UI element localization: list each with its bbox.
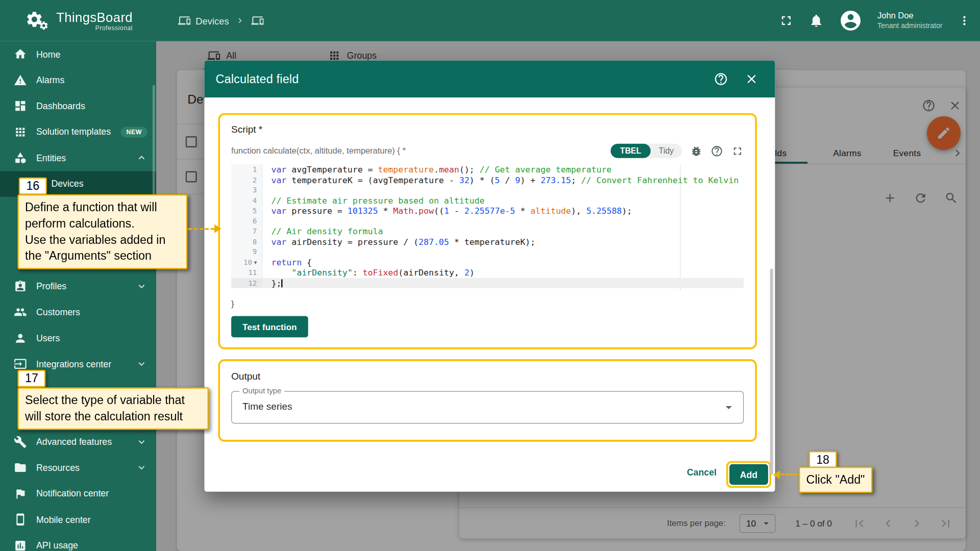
test-function-button[interactable]: Test function bbox=[231, 316, 308, 338]
chart-icon bbox=[14, 539, 27, 551]
dashboard-icon bbox=[14, 99, 27, 113]
sidebar-item-label: Alarms bbox=[36, 75, 148, 85]
folder-icon bbox=[14, 461, 27, 474]
callout-16-badge: 16 bbox=[19, 178, 47, 195]
dialog-scrollbar[interactable] bbox=[770, 269, 773, 475]
fullscreen-button[interactable] bbox=[778, 13, 793, 28]
sidebar-item-solution-templates[interactable]: Solution templatesNEW bbox=[0, 119, 156, 145]
profiles-icon bbox=[14, 280, 27, 293]
user-avatar[interactable] bbox=[839, 9, 863, 33]
code-line[interactable]: 2var temperatureK = (avgTemperature - 32… bbox=[231, 174, 744, 185]
output-section: Output Output type Time series bbox=[218, 359, 757, 442]
line-number: 11 bbox=[231, 267, 262, 278]
code-text bbox=[262, 185, 744, 195]
sidebar-item-notification-center[interactable]: Notification center bbox=[0, 481, 156, 507]
line-number: 6 bbox=[231, 216, 262, 226]
code-text: }; bbox=[262, 278, 744, 288]
callout-16-connector bbox=[188, 228, 214, 230]
build-icon bbox=[14, 435, 27, 448]
closing-brace: } bbox=[231, 299, 744, 309]
more-menu-icon[interactable] bbox=[958, 14, 971, 28]
expand-editor-icon[interactable] bbox=[731, 144, 744, 157]
dialog-header: Calculated field bbox=[204, 61, 775, 97]
breadcrumb-all[interactable] bbox=[252, 14, 269, 27]
callout-16-arrow bbox=[214, 224, 221, 233]
script-label: Script * bbox=[231, 123, 744, 135]
thingsboard-logo[interactable]: ThingsBoard Professional bbox=[25, 0, 133, 41]
callout-18-badge: 18 bbox=[808, 451, 837, 468]
sidebar-item-advanced-features[interactable]: Advanced features bbox=[0, 429, 156, 455]
callout-17-badge: 17 bbox=[17, 370, 45, 387]
devices-group-icon bbox=[252, 14, 264, 27]
script-help-icon[interactable] bbox=[710, 144, 723, 157]
callout-16-line1: Define a function that will perform calc… bbox=[25, 199, 180, 232]
code-text: var avgTemperature = temperature.mean();… bbox=[262, 164, 744, 174]
notifications-bell-icon[interactable] bbox=[808, 13, 823, 28]
fold-arrow-icon[interactable]: ▾ bbox=[254, 257, 257, 267]
text-cursor bbox=[281, 279, 282, 287]
sidebar-item-label: API usage bbox=[36, 540, 148, 550]
sidebar-item-label: Resources bbox=[36, 463, 136, 473]
code-line[interactable]: 8var airDensity = pressure / (287.05 * t… bbox=[231, 236, 744, 246]
apps-icon bbox=[14, 126, 27, 139]
sidebar-item-entities[interactable]: Entities bbox=[0, 145, 156, 171]
code-text: // Estimate air pressure based on altitu… bbox=[262, 195, 744, 206]
sidebar-item-api-usage[interactable]: API usage bbox=[0, 533, 156, 551]
code-line[interactable]: 4// Estimate air pressure based on altit… bbox=[231, 195, 744, 206]
sidebar-item-customers[interactable]: Customers bbox=[0, 299, 156, 325]
gear-logo-icon bbox=[25, 8, 50, 33]
script-language-toggle: TBEL Tidy bbox=[610, 144, 682, 158]
home-icon bbox=[14, 47, 27, 61]
line-number: 10▾ bbox=[231, 257, 262, 267]
sidebar-nav: HomeAlarmsDashboardsSolution templatesNE… bbox=[0, 41, 156, 551]
sidebar-item-home[interactable]: Home bbox=[0, 41, 156, 67]
line-number: 5 bbox=[231, 206, 262, 216]
debug-bug-icon[interactable] bbox=[690, 144, 702, 157]
code-text bbox=[262, 247, 744, 257]
sidebar-item-label: Entities bbox=[36, 153, 136, 163]
code-line[interactable]: 12}; bbox=[231, 278, 744, 288]
dialog-help-icon[interactable] bbox=[714, 72, 728, 86]
chevron-down-icon bbox=[136, 462, 148, 473]
code-text bbox=[262, 216, 744, 226]
sidebar-item-label: Notification center bbox=[36, 489, 148, 499]
code-text: var pressure = 101325 * Math.pow((1 - 2.… bbox=[262, 206, 744, 216]
code-line[interactable]: 9 bbox=[231, 247, 744, 257]
line-number: 8 bbox=[231, 236, 262, 246]
dialog-title: Calculated field bbox=[215, 72, 299, 86]
dialog-close-icon[interactable] bbox=[744, 72, 758, 86]
tbel-toggle[interactable]: TBEL bbox=[610, 144, 650, 158]
cancel-button[interactable]: Cancel bbox=[687, 467, 717, 478]
add-button[interactable]: Add bbox=[729, 464, 768, 485]
flag-icon bbox=[14, 487, 27, 500]
sidebar-item-label: Integrations center bbox=[36, 359, 136, 369]
person-icon bbox=[14, 332, 27, 345]
breadcrumb: Devices bbox=[178, 0, 269, 41]
code-line[interactable]: 10▾return { bbox=[231, 257, 744, 267]
sidebar-item-profiles[interactable]: Profiles bbox=[0, 273, 156, 299]
code-line[interactable]: 7// Air density formula bbox=[231, 226, 744, 236]
sidebar-item-mobile-center[interactable]: Mobile center bbox=[0, 507, 156, 533]
tidy-button[interactable]: Tidy bbox=[651, 144, 682, 158]
code-line[interactable]: 6 bbox=[231, 216, 744, 226]
code-line[interactable]: 11 "airDensity": toFixed(airDensity, 2) bbox=[231, 267, 744, 278]
output-type-select[interactable]: Output type Time series bbox=[231, 391, 744, 424]
line-number: 2 bbox=[231, 174, 262, 185]
breadcrumb-devices[interactable]: Devices bbox=[178, 14, 229, 27]
sidebar-item-users[interactable]: Users bbox=[0, 325, 156, 351]
code-line[interactable]: 3 bbox=[231, 185, 744, 195]
sidebar-item-alarms[interactable]: Alarms bbox=[0, 67, 156, 93]
code-editor[interactable]: 1var avgTemperature = temperature.mean()… bbox=[231, 164, 744, 288]
code-text: "airDensity": toFixed(airDensity, 2) bbox=[262, 267, 744, 278]
callout-18-arrow bbox=[773, 470, 780, 479]
sidebar-item-dashboards[interactable]: Dashboards bbox=[0, 93, 156, 119]
callout-18-connector bbox=[780, 473, 798, 475]
category-icon bbox=[14, 152, 27, 165]
output-label: Output bbox=[231, 371, 744, 382]
code-line[interactable]: 5var pressure = 101325 * Math.pow((1 - 2… bbox=[231, 206, 744, 216]
new-badge: NEW bbox=[121, 127, 148, 137]
user-info: John Doe Tenant administrator bbox=[877, 11, 943, 31]
callout-16-line2: Use the variables added in the "Argument… bbox=[25, 232, 180, 264]
sidebar-item-resources[interactable]: Resources bbox=[0, 455, 156, 481]
code-line[interactable]: 1var avgTemperature = temperature.mean()… bbox=[231, 164, 744, 174]
